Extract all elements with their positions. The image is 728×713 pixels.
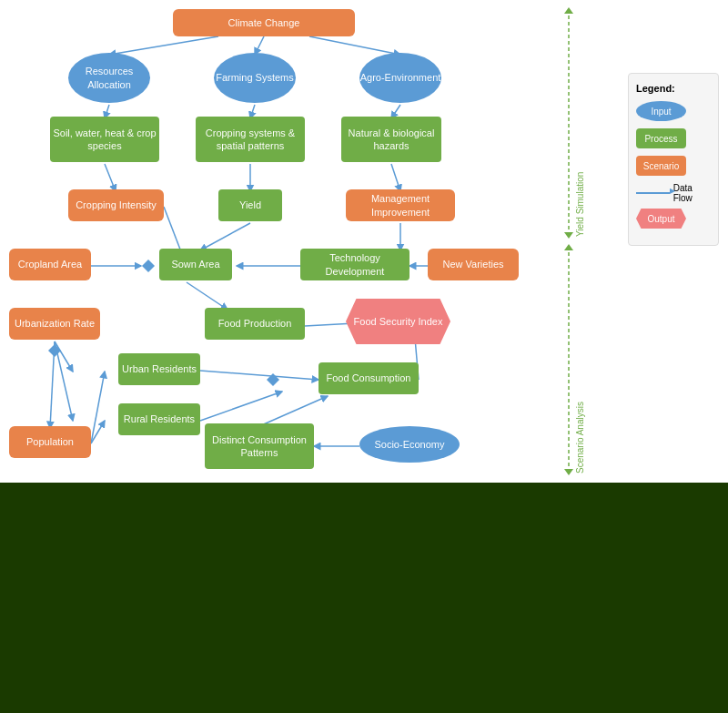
cropland-area-node[interactable]: Cropland Area <box>9 249 91 280</box>
svg-line-20 <box>200 392 282 421</box>
legend-scenario: Scenario <box>636 156 711 176</box>
resources-allocation-node[interactable]: Resources Allocation <box>68 53 150 103</box>
tech-dev-node[interactable]: Technology Development <box>300 249 410 280</box>
diagram-area: Climate Change Resources Allocation Farm… <box>0 0 728 483</box>
legend-process-box: Process <box>636 128 686 148</box>
svg-line-23 <box>91 421 105 443</box>
svg-line-22 <box>50 341 55 428</box>
population-node[interactable]: Population <box>9 426 91 458</box>
agro-environment-node[interactable]: Agro-Environment <box>359 53 441 103</box>
scenario-analysis-label: Scenario Analysis <box>575 250 585 474</box>
socio-economy-node[interactable]: Socio-Economy <box>359 426 460 463</box>
svg-marker-29 <box>267 373 279 386</box>
svg-marker-28 <box>48 344 61 357</box>
legend-input-box: Input <box>636 101 686 121</box>
svg-line-2 <box>309 36 400 55</box>
svg-line-19 <box>200 371 318 380</box>
bottom-dark-area <box>0 483 728 713</box>
new-varieties-node[interactable]: New Varieties <box>428 249 519 280</box>
urbanization-node[interactable]: Urbanization Rate <box>9 308 100 340</box>
rural-residents-node[interactable]: Rural Residents <box>118 403 200 435</box>
distinct-consumption-node[interactable]: Distinct Consumption Patterns <box>205 423 314 469</box>
food-security-node[interactable]: Food Security Index <box>346 299 450 344</box>
svg-line-11 <box>200 223 250 250</box>
yield-simulation-label: Yield Simulation <box>575 14 585 237</box>
svg-marker-35 <box>564 469 573 475</box>
svg-line-1 <box>255 36 264 55</box>
legend-arrow <box>636 192 670 194</box>
management-node[interactable]: Management Improvement <box>346 189 455 221</box>
legend-output-box: Output <box>636 209 686 229</box>
urban-residents-node[interactable]: Urban Residents <box>118 353 200 385</box>
farming-systems-node[interactable]: Farming Systems <box>214 53 296 103</box>
legend-data-flow: Data Flow <box>636 183 711 203</box>
svg-line-6 <box>105 164 116 191</box>
svg-line-24 <box>91 372 105 443</box>
svg-line-8 <box>391 164 400 191</box>
svg-line-17 <box>55 341 73 372</box>
yield-node[interactable]: Yield <box>218 189 282 221</box>
climate-change-node[interactable]: Climate Change <box>173 9 355 36</box>
svg-marker-34 <box>564 244 573 250</box>
legend-panel: Legend: Input Process Scenario Data Flow… <box>628 73 719 246</box>
legend-title: Legend: <box>636 83 711 94</box>
natural-hazards-node[interactable]: Natural & biological hazards <box>341 117 441 162</box>
svg-line-25 <box>259 396 328 426</box>
food-consumption-node[interactable]: Food Consumption <box>318 362 419 394</box>
legend-input: Input <box>636 101 711 121</box>
svg-line-12 <box>187 282 228 310</box>
legend-scenario-box: Scenario <box>636 156 686 176</box>
svg-marker-33 <box>564 232 573 239</box>
food-production-node[interactable]: Food Production <box>205 308 305 340</box>
svg-marker-32 <box>564 7 573 14</box>
soil-water-node[interactable]: Soil, water, heat & crop species <box>50 117 159 162</box>
legend-output: Output <box>636 209 711 229</box>
svg-marker-27 <box>142 260 155 272</box>
legend-process: Process <box>636 128 711 148</box>
svg-line-18 <box>55 341 73 421</box>
cropping-systems-node[interactable]: Cropping systems & spatial patterns <box>196 117 305 162</box>
cropping-intensity-node[interactable]: Cropping Intensity <box>68 189 164 221</box>
sown-area-node[interactable]: Sown Area <box>159 249 232 280</box>
svg-line-0 <box>109 36 218 55</box>
